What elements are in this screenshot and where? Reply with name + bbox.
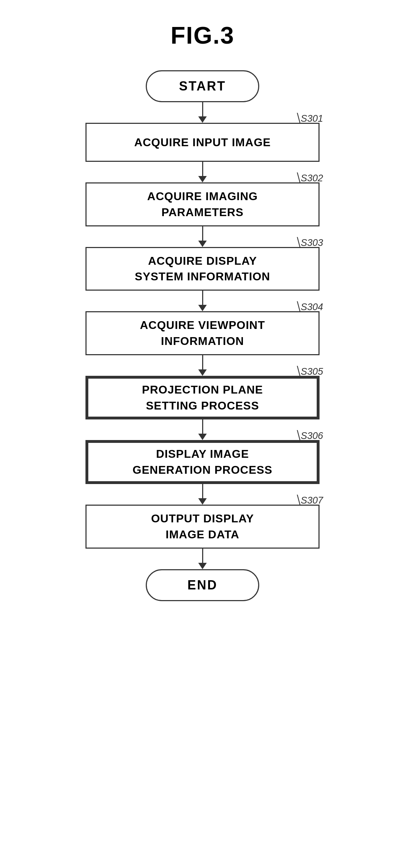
process-text-s304: ACQUIRE VIEWPOINT INFORMATION [140,317,265,349]
arrow-line [202,162,203,176]
process-text-s302: ACQUIRE IMAGING PARAMETERS [147,188,258,220]
process-box-s307: OUTPUT DISPLAY IMAGE DATA [85,505,320,549]
arrow-head [198,176,207,182]
arrow-head [198,305,207,311]
step-row-s307: ╲S307 OUTPUT DISPLAY IMAGE DATA [78,505,327,549]
process-box-s301: ACQUIRE INPUT IMAGE [85,123,320,162]
step-row-s306: ╲S306 DISPLAY IMAGE GENERATION PROCESS [78,440,327,484]
arrow-line [202,226,203,241]
arrow-line [202,484,203,498]
arrow-1 [198,102,207,123]
process-box-s306: DISPLAY IMAGE GENERATION PROCESS [85,440,320,484]
arrow-line [202,355,203,369]
start-oval: START [146,70,259,102]
arrow-line [202,102,203,116]
arrow-line [202,291,203,305]
step-row-s304: ╲S304 ACQUIRE VIEWPOINT INFORMATION [78,311,327,355]
arrow-7 [198,484,207,505]
arrow-head [198,241,207,247]
flowchart: START ╲S301 ACQUIRE INPUT IMAGE ╲S302 AC… [78,70,327,601]
figure-title: FIG.3 [171,21,234,49]
arrow-head [198,369,207,376]
arrow-line [202,419,203,434]
arrow-line [202,549,203,563]
arrow-6 [198,419,207,440]
arrow-8 [198,549,207,569]
step-row-s302: ╲S302 ACQUIRE IMAGING PARAMETERS [78,182,327,226]
arrow-head [198,434,207,440]
end-label: END [187,578,217,593]
process-text-s301: ACQUIRE INPUT IMAGE [134,134,271,150]
arrow-3 [198,226,207,247]
process-box-s305: PROJECTION PLANE SETTING PROCESS [85,376,320,420]
arrow-head [198,498,207,505]
step-row-s305: ╲S305 PROJECTION PLANE SETTING PROCESS [78,376,327,420]
end-oval: END [146,569,259,601]
arrow-head [198,116,207,123]
process-text-s305: PROJECTION PLANE SETTING PROCESS [142,382,263,414]
step-row-s303: ╲S303 ACQUIRE DISPLAY SYSTEM INFORMATION [78,247,327,291]
process-text-s307: OUTPUT DISPLAY IMAGE DATA [151,511,254,543]
step-row-s301: ╲S301 ACQUIRE INPUT IMAGE [78,123,327,162]
process-box-s303: ACQUIRE DISPLAY SYSTEM INFORMATION [85,247,320,291]
arrow-5 [198,355,207,376]
arrow-2 [198,162,207,182]
process-box-s304: ACQUIRE VIEWPOINT INFORMATION [85,311,320,355]
process-text-s306: DISPLAY IMAGE GENERATION PROCESS [133,446,272,478]
arrow-4 [198,291,207,311]
start-label: START [179,79,226,94]
diagram-container: FIG.3 START ╲S301 ACQUIRE INPUT IMAGE ╲S… [0,0,405,868]
process-box-s302: ACQUIRE IMAGING PARAMETERS [85,182,320,226]
arrow-head [198,563,207,569]
process-text-s303: ACQUIRE DISPLAY SYSTEM INFORMATION [135,253,270,285]
